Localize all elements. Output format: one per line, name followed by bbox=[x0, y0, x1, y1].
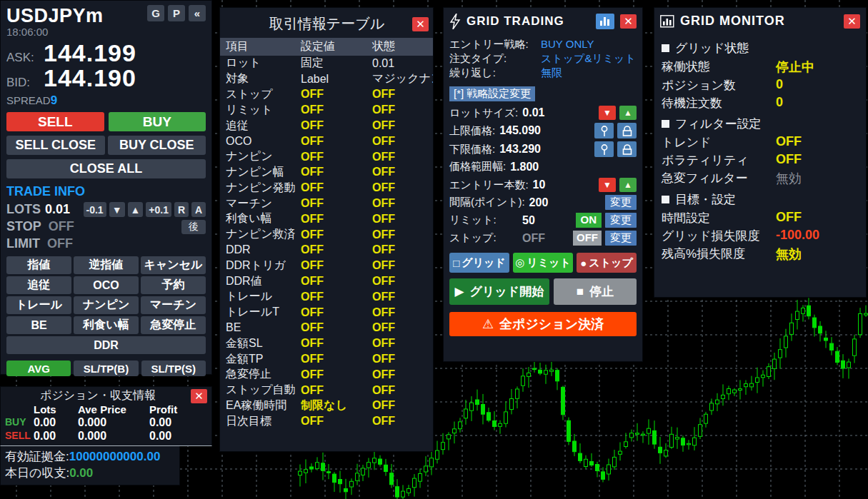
table-row: 対象Labelマジックナンバ bbox=[220, 71, 433, 87]
entries-decrease-button[interactable]: ▼ bbox=[599, 178, 616, 192]
chart-icon[interactable] bbox=[596, 14, 614, 29]
table-row: DDROFFOFF bbox=[220, 243, 433, 258]
order-button-3[interactable]: 追従 bbox=[6, 276, 71, 294]
lot-button-0[interactable]: -0.1 bbox=[84, 202, 106, 217]
info-row-label: ナンピン発動 bbox=[226, 181, 301, 196]
monitor-value: 停止中 bbox=[776, 59, 814, 76]
lightning-icon bbox=[449, 14, 461, 29]
entry-count-value: 10 bbox=[533, 178, 546, 191]
grid-stop-button[interactable]: ■ 停止 bbox=[554, 278, 637, 305]
info-row-setting: OFF bbox=[301, 259, 372, 272]
lot-decrease-button[interactable]: ▼ bbox=[599, 106, 616, 120]
info-row-status: OFF bbox=[372, 337, 433, 350]
strategy-settings-button[interactable]: [*] 戦略設定変更 bbox=[449, 86, 535, 101]
bottom-button-SL/TP(S)[interactable]: SL/TP(S) bbox=[141, 361, 206, 376]
monitor-label: 稼働状態 bbox=[662, 59, 776, 76]
lot-button-2[interactable]: ▲ bbox=[128, 202, 144, 217]
pin-icon[interactable] bbox=[594, 123, 614, 138]
order-button-0[interactable]: 指値 bbox=[6, 256, 71, 274]
info-row-status: OFF bbox=[372, 181, 433, 194]
order-button-11[interactable]: 急変停止 bbox=[141, 316, 206, 334]
table-row: ロット固定0.01 bbox=[220, 56, 433, 71]
lock-icon[interactable] bbox=[617, 123, 637, 138]
strategy-info-row: 注文タイプ:ストップ&リミット bbox=[449, 52, 637, 66]
change-stop-button[interactable]: 変更 bbox=[605, 231, 637, 246]
info-row-status: OFF bbox=[372, 353, 433, 366]
info-row-label: 利食い幅 bbox=[226, 211, 301, 226]
limit-toggle-button[interactable]: ON bbox=[576, 213, 602, 228]
lot-size-value: 0.01 bbox=[522, 106, 544, 119]
order-button-9[interactable]: BE bbox=[6, 316, 71, 334]
info-row-label: EA稼働時間 bbox=[226, 398, 301, 413]
lot-button-5[interactable]: A bbox=[191, 202, 206, 217]
order-button-6[interactable]: トレール bbox=[6, 296, 71, 314]
info-row-status: OFF bbox=[372, 259, 433, 272]
mode-button-1[interactable]: ◎リミット bbox=[513, 253, 573, 273]
change-limit-button[interactable]: 変更 bbox=[605, 213, 637, 228]
table-row: 急変停止OFFOFF bbox=[220, 367, 433, 383]
panel-button-G[interactable]: G bbox=[147, 5, 164, 21]
buy-button[interactable]: BUY bbox=[109, 112, 206, 131]
trade-info-table-panel: 取引情報テーブル ✕ 項目設定値状態 ロット固定0.01対象Labelマジックナ… bbox=[219, 7, 434, 452]
info-row-setting: OFF bbox=[301, 321, 372, 334]
lot-button-4[interactable]: R bbox=[174, 202, 189, 217]
order-button-4[interactable]: OCO bbox=[74, 276, 139, 294]
change-interval-button[interactable]: 変更 bbox=[605, 195, 637, 210]
order-button-8[interactable]: マーチン bbox=[141, 296, 206, 314]
monitor-value: -100.00 bbox=[776, 228, 819, 244]
entries-increase-button[interactable]: ▲ bbox=[619, 178, 637, 192]
info-row-status: OFF bbox=[372, 166, 433, 178]
sell-button[interactable]: SELL bbox=[6, 112, 104, 131]
close-icon[interactable]: ✕ bbox=[844, 14, 860, 29]
order-button-2[interactable]: キャンセル bbox=[141, 256, 206, 274]
strategy-info: エントリー戦略:BUY ONLY注文タイプ:ストップ&リミット繰り返し:無限 bbox=[449, 38, 637, 80]
ddr-button[interactable]: DDR bbox=[6, 336, 206, 354]
monitor-label: グリッド損失限度 bbox=[662, 228, 776, 244]
panel-button-P[interactable]: P bbox=[168, 5, 185, 21]
lot-button-1[interactable]: ▼ bbox=[109, 202, 125, 217]
close-icon[interactable]: ✕ bbox=[412, 17, 429, 31]
monitor-label: 残高%損失限度 bbox=[662, 246, 776, 263]
info-row-label: 金額TP bbox=[226, 352, 301, 367]
table-row: ナンピンOFFOFF bbox=[220, 149, 433, 165]
table-row: SELL0.000.0000.00 bbox=[5, 429, 207, 443]
lock-icon[interactable] bbox=[617, 141, 637, 157]
grid-start-button[interactable]: ▶ グリッド開始 bbox=[449, 278, 549, 305]
bottom-button-SL/TP(B)[interactable]: SL/TP(B) bbox=[74, 361, 138, 376]
close-icon[interactable]: ✕ bbox=[191, 389, 207, 403]
close-all-positions-button[interactable]: ⚠ 全ポジション決済 bbox=[449, 312, 637, 336]
close-icon[interactable]: ✕ bbox=[620, 14, 637, 29]
stop-value: OFF bbox=[49, 219, 74, 234]
table-row: ストップ自動OFFOFF bbox=[220, 383, 433, 398]
strategy-info-value: ストップ&リミット bbox=[541, 52, 636, 66]
sell-close-button[interactable]: SELL CLOSE bbox=[6, 136, 105, 155]
after-button[interactable]: 後 bbox=[181, 220, 206, 234]
lot-increase-button[interactable]: ▲ bbox=[619, 106, 637, 120]
info-row-status: OFF bbox=[372, 291, 433, 303]
panel-button-«[interactable]: « bbox=[189, 5, 206, 21]
info-row-setting: OFF bbox=[301, 197, 372, 210]
square-bullet-icon bbox=[662, 196, 669, 203]
info-row-setting: OFF bbox=[301, 166, 372, 178]
position-col-header: Profit bbox=[149, 403, 206, 415]
info-row-status: OFF bbox=[372, 384, 433, 397]
stop-toggle-button[interactable]: OFF bbox=[573, 231, 602, 246]
order-button-5[interactable]: 予約 bbox=[141, 276, 206, 294]
mode-button-0[interactable]: □グリッド bbox=[449, 253, 509, 273]
bottom-button-AVG[interactable]: AVG bbox=[6, 361, 71, 376]
limit-label: LIMIT bbox=[6, 236, 40, 251]
mode-button-2[interactable]: ●ストップ bbox=[577, 253, 637, 273]
order-button-10[interactable]: 利食い幅 bbox=[74, 316, 139, 334]
bid-label: BID: bbox=[6, 76, 44, 90]
lot-button-3[interactable]: +0.1 bbox=[146, 202, 171, 217]
stop-label: STOP bbox=[6, 219, 41, 234]
table-row: EA稼働時間制限なしOFF bbox=[220, 398, 433, 414]
buy-close-button[interactable]: BUY CLOSE bbox=[108, 136, 206, 155]
close-all-button[interactable]: CLOSE ALL bbox=[6, 159, 206, 178]
order-button-7[interactable]: ナンピン bbox=[74, 296, 139, 314]
order-button-1[interactable]: 逆指値 bbox=[74, 256, 139, 274]
info-row-label: リミット bbox=[226, 103, 301, 118]
symbol-name: USDJPYm bbox=[6, 5, 104, 27]
stop-square-icon: ■ bbox=[577, 285, 584, 299]
pin-icon[interactable] bbox=[594, 141, 614, 157]
